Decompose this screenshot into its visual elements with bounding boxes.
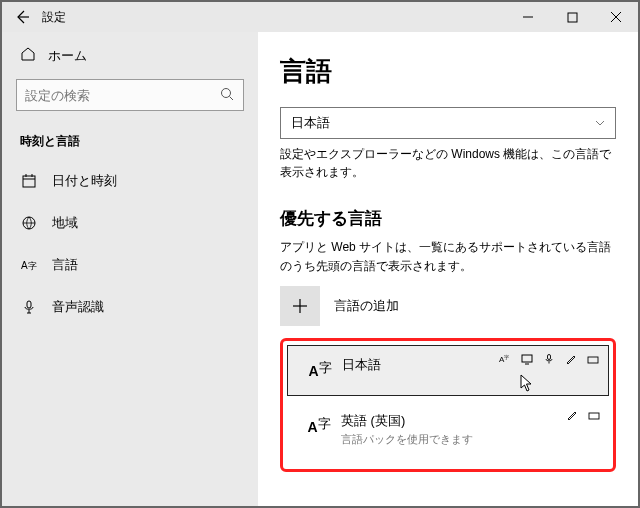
arrow-left-icon xyxy=(14,9,30,25)
sidebar-item-region[interactable]: 地域 xyxy=(2,202,258,244)
preferred-desc: アプリと Web サイトは、一覧にあるサポートされている言語のうち先頭の言語で表… xyxy=(280,238,616,276)
minimize-button[interactable] xyxy=(506,2,550,32)
dropdown-value: 日本語 xyxy=(291,114,330,132)
mouse-cursor-icon xyxy=(520,374,534,395)
add-language-button[interactable]: 言語の追加 xyxy=(280,286,616,326)
search-input[interactable] xyxy=(25,88,219,103)
language-item-english-uk[interactable]: A字 英語 (英国) 言語パックを使用できます xyxy=(287,402,609,461)
text-to-speech-icon: A字 xyxy=(498,352,512,366)
titlebar: 設定 xyxy=(2,2,638,32)
maximize-icon xyxy=(567,12,578,23)
svg-point-4 xyxy=(222,88,231,97)
preferred-heading: 優先する言語 xyxy=(280,207,616,230)
language-name: 英語 (英国) xyxy=(341,412,599,430)
svg-rect-23 xyxy=(589,413,599,419)
display-icon xyxy=(520,352,534,366)
home-icon xyxy=(20,46,36,65)
svg-text:字: 字 xyxy=(28,261,37,271)
microphone-icon xyxy=(20,299,38,315)
keyboard-icon xyxy=(586,352,600,366)
content-pane: 言語 日本語 設定やエクスプローラーなどの Windows 機能は、この言語で表… xyxy=(258,32,638,506)
sidebar-home-label: ホーム xyxy=(48,47,87,65)
handwriting-icon xyxy=(564,352,578,366)
globe-icon xyxy=(20,215,38,231)
svg-rect-1 xyxy=(568,13,577,22)
search-icon xyxy=(219,86,235,105)
language-icon: A字 xyxy=(20,257,38,273)
plus-icon xyxy=(280,286,320,326)
calendar-icon xyxy=(20,173,38,189)
maximize-button[interactable] xyxy=(550,2,594,32)
window-title: 設定 xyxy=(42,9,506,26)
svg-rect-20 xyxy=(548,355,551,360)
back-button[interactable] xyxy=(2,9,42,25)
sidebar-item-label: 音声認識 xyxy=(52,298,104,316)
add-language-label: 言語の追加 xyxy=(334,297,399,315)
sidebar-home[interactable]: ホーム xyxy=(2,32,258,75)
svg-line-5 xyxy=(230,96,234,100)
sidebar-item-language[interactable]: A字 言語 xyxy=(2,244,258,286)
handwriting-icon xyxy=(565,408,579,422)
sidebar-item-speech[interactable]: 音声認識 xyxy=(2,286,258,328)
svg-rect-13 xyxy=(27,301,31,308)
chevron-down-icon xyxy=(595,116,605,131)
display-language-dropdown[interactable]: 日本語 xyxy=(280,107,616,139)
sidebar-section-title: 時刻と言語 xyxy=(2,127,258,160)
language-subtitle: 言語パックを使用できます xyxy=(341,432,599,447)
svg-rect-18 xyxy=(522,355,532,362)
sidebar-item-label: 日付と時刻 xyxy=(52,172,117,190)
sidebar-item-label: 地域 xyxy=(52,214,78,232)
language-item-japanese[interactable]: A字 日本語 A字 xyxy=(287,345,609,396)
sidebar: ホーム 時刻と言語 日付と時刻 xyxy=(2,32,258,506)
language-a-icon: A字 xyxy=(297,412,341,437)
language-feature-icons: A字 xyxy=(498,352,600,366)
language-list-highlight: A字 日本語 A字 xyxy=(280,338,616,472)
sidebar-search[interactable] xyxy=(16,79,244,111)
display-language-helper: 設定やエクスプローラーなどの Windows 機能は、この言語で表示されます。 xyxy=(280,145,616,181)
svg-text:A: A xyxy=(21,260,28,271)
close-icon xyxy=(610,11,622,23)
sidebar-item-date[interactable]: 日付と時刻 xyxy=(2,160,258,202)
keyboard-icon xyxy=(587,408,601,422)
svg-rect-6 xyxy=(23,176,35,187)
language-a-icon: A字 xyxy=(298,356,342,381)
language-feature-icons xyxy=(565,408,601,422)
page-title: 言語 xyxy=(280,54,616,89)
svg-rect-21 xyxy=(588,357,598,363)
svg-text:字: 字 xyxy=(504,354,509,360)
minimize-icon xyxy=(522,11,534,23)
sidebar-item-label: 言語 xyxy=(52,256,78,274)
speech-icon xyxy=(542,352,556,366)
close-button[interactable] xyxy=(594,2,638,32)
